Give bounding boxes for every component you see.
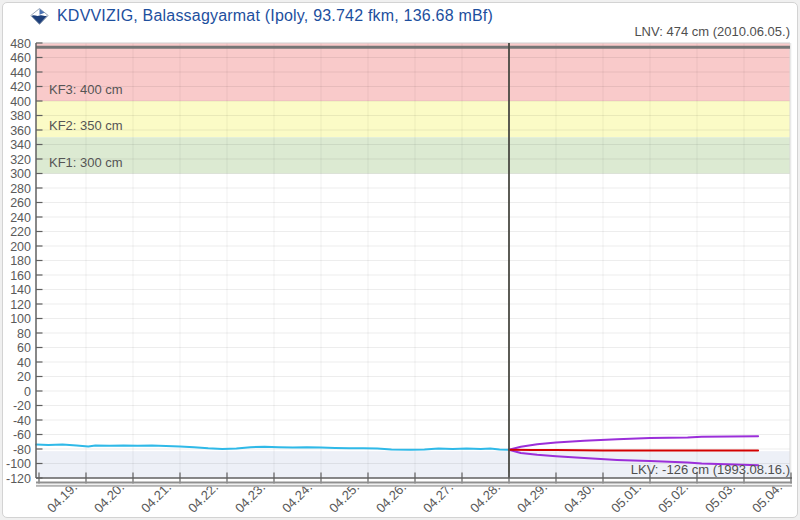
y-axis-label: 260 <box>10 196 31 210</box>
y-axis-label: 40 <box>17 356 31 370</box>
y-axis-label: 20 <box>17 370 31 384</box>
warning-band-kf2 <box>36 101 790 137</box>
y-axis-label: 80 <box>17 327 31 341</box>
bottom-bar-dark <box>36 482 792 484</box>
y-axis-label: 440 <box>10 66 31 80</box>
y-axis-label: 360 <box>10 124 31 138</box>
y-axis-label: 480 <box>10 37 31 51</box>
y-axis-label: 380 <box>10 109 31 123</box>
y-axis-label: 460 <box>10 51 31 65</box>
y-axis-label: -40 <box>13 414 31 428</box>
y-axis-label: -60 <box>13 428 31 442</box>
y-axis-label: 120 <box>10 298 31 312</box>
y-axis-label: 140 <box>10 283 31 297</box>
y-axis-label: 400 <box>10 95 31 109</box>
bottom-bar-light <box>36 485 792 487</box>
lkv-record-label: LKV: -126 cm (1993.08.16.) <box>631 462 790 477</box>
y-axis-label: 160 <box>10 269 31 283</box>
kdvvizig-water-logo-icon <box>30 8 49 25</box>
y-axis-label: -20 <box>13 399 31 413</box>
warning-band-kf1 <box>36 137 790 173</box>
lnv-record-label: LNV: 474 cm (2010.06.05.) <box>634 24 790 39</box>
y-axis-label: 240 <box>10 211 31 225</box>
y-axis-label: 280 <box>10 182 31 196</box>
y-axis-label: 220 <box>10 225 31 239</box>
forecast-upper-bound-line <box>509 436 758 449</box>
kf3-threshold-label: KF3: 400 cm <box>49 82 123 97</box>
y-axis-label: 300 <box>10 167 31 181</box>
kf2-threshold-label: KF2: 350 cm <box>49 118 123 133</box>
chart-header: KDVVIZIG, Balassagyarmat (Ipoly, 93.742 … <box>30 7 493 25</box>
y-axis-label: 180 <box>10 254 31 268</box>
y-axis-label: 0 <box>24 385 31 399</box>
y-axis-label: 420 <box>10 80 31 94</box>
y-axis-label: 320 <box>10 153 31 167</box>
station-title: KDVVIZIG, Balassagyarmat (Ipoly, 93.742 … <box>57 7 493 25</box>
kf1-threshold-label: KF1: 300 cm <box>49 155 123 170</box>
y-axis-label: 100 <box>10 312 31 326</box>
hydrograph-chart[interactable]: -120-100-80-60-40-2002040608010012014016… <box>0 0 800 520</box>
y-axis-label: -80 <box>13 443 31 457</box>
y-axis-label: 200 <box>10 240 31 254</box>
y-axis-label: -120 <box>6 472 31 486</box>
y-axis-label: 340 <box>10 138 31 152</box>
y-axis-label: 60 <box>17 341 31 355</box>
forecast-mid-line <box>509 450 758 451</box>
y-axis-label: -100 <box>6 457 31 471</box>
